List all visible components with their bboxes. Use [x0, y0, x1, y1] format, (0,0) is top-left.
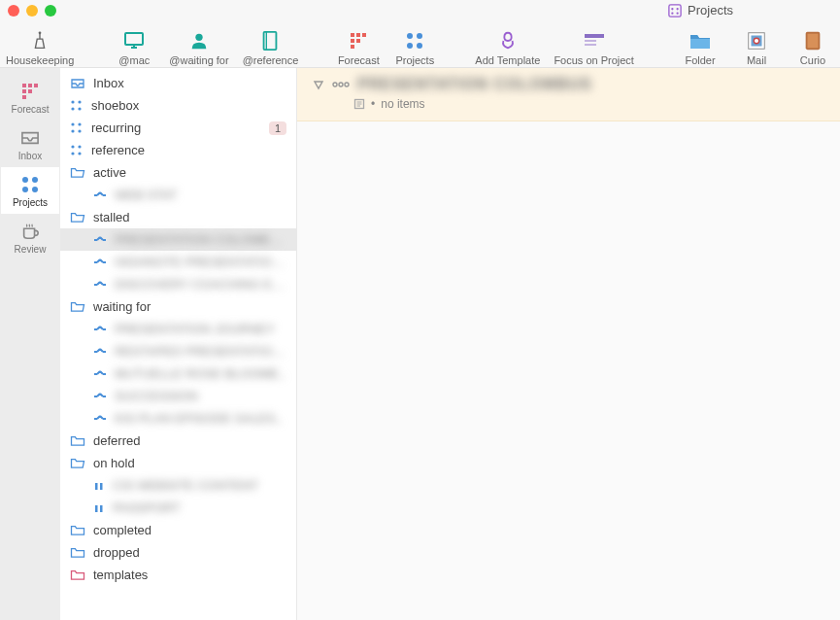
- inbox-icon: [70, 77, 85, 90]
- sidebar-project-item[interactable]: WEB STAT: [60, 184, 296, 206]
- sidebar-folder-active[interactable]: active: [60, 161, 296, 184]
- sidebar-project-item[interactable]: DISCOVERY COACHING EXP L.: [60, 273, 296, 295]
- sidebar-recurring[interactable]: recurring 1: [60, 117, 296, 139]
- svg-rect-28: [22, 84, 26, 87]
- svg-point-34: [22, 177, 28, 183]
- folder-open-icon: [70, 211, 85, 224]
- count-badge: 1: [269, 121, 286, 135]
- svg-rect-51: [100, 483, 103, 490]
- svg-point-25: [754, 38, 759, 44]
- project-header[interactable]: PRESENTATION COLOMBUS • no items: [297, 68, 840, 121]
- toolbar: Housekeeping @mac @waiting for @referenc…: [0, 21, 840, 68]
- folder-button[interactable]: Folder: [679, 23, 722, 66]
- sidebar-project-item[interactable]: KIS PLAN EPISODE SALES..: [60, 407, 296, 430]
- svg-point-37: [32, 187, 38, 192]
- zoom-window-button[interactable]: [45, 5, 56, 17]
- note-icon[interactable]: [353, 98, 365, 110]
- window-title-label: Projects: [688, 3, 733, 17]
- close-window-button[interactable]: [8, 5, 19, 17]
- onhold-icon: [93, 481, 105, 491]
- svg-point-1: [671, 8, 673, 10]
- add-template-button[interactable]: Add Template: [475, 23, 540, 66]
- sidebar-project-item[interactable]: PRESENTATION JOURNEY: [60, 318, 296, 340]
- folder-open-icon: [70, 457, 85, 469]
- forecast-button[interactable]: Forecast: [337, 23, 380, 66]
- housekeeping-button[interactable]: Housekeeping: [6, 23, 74, 66]
- svg-rect-29: [28, 84, 32, 87]
- svg-rect-12: [362, 33, 366, 37]
- svg-rect-10: [351, 33, 354, 37]
- sidebar-project-item[interactable]: HIGHNOTE PRESENTATION..: [60, 251, 296, 273]
- sidebar-project-item[interactable]: MUTUELLE ROSE BLOOME..: [60, 362, 296, 385]
- rail-review[interactable]: Review: [1, 214, 59, 260]
- context-reference-button[interactable]: @reference: [243, 23, 299, 66]
- folder-open-icon: [70, 300, 85, 313]
- monitor-icon: [122, 30, 146, 52]
- single-action-icon: [70, 99, 84, 113]
- project-title: PRESENTATION COLOMBUS: [357, 76, 592, 93]
- svg-rect-31: [22, 89, 26, 93]
- sidebar-folder-completed[interactable]: completed: [60, 519, 296, 541]
- svg-point-46: [71, 145, 74, 148]
- svg-point-49: [78, 152, 81, 155]
- svg-rect-15: [351, 45, 354, 49]
- folder-icon: [70, 546, 85, 559]
- sequential-icon: [93, 369, 107, 379]
- bullet-separator: •: [371, 97, 375, 111]
- rail-forecast[interactable]: Forecast: [1, 74, 59, 121]
- svg-rect-13: [351, 39, 354, 43]
- context-waiting-button[interactable]: @waiting for: [169, 23, 228, 66]
- sequential-icon: [93, 235, 107, 245]
- focus-on-project-button[interactable]: Focus on Project: [554, 23, 634, 66]
- sidebar-reference[interactable]: reference: [60, 139, 296, 161]
- svg-rect-8: [264, 31, 277, 49]
- rail-inbox[interactable]: Inbox: [1, 121, 59, 167]
- projects-button[interactable]: Projects: [393, 23, 436, 66]
- broom-icon: [29, 30, 50, 52]
- svg-rect-6: [125, 33, 143, 45]
- sidebar-project-item[interactable]: PRESENTATION COLOMBUS: [60, 228, 296, 251]
- svg-rect-30: [34, 84, 38, 87]
- svg-point-44: [71, 129, 74, 132]
- coffee-icon: [19, 222, 41, 241]
- sidebar-folder-waiting[interactable]: waiting for: [60, 295, 296, 318]
- minimize-window-button[interactable]: [26, 5, 38, 17]
- svg-point-35: [32, 177, 38, 183]
- disclosure-triangle-icon[interactable]: [313, 79, 324, 90]
- sidebar-folder-onhold[interactable]: on hold: [60, 452, 296, 474]
- sequential-icon: [93, 325, 107, 334]
- sidebar-folder-dropped[interactable]: dropped: [60, 541, 296, 564]
- sidebar-folder-stalled[interactable]: stalled: [60, 206, 296, 228]
- no-items-label: no items: [381, 97, 424, 111]
- svg-point-54: [333, 83, 337, 86]
- sidebar-project-item[interactable]: CIS WEBSITE CONTENT: [60, 474, 296, 497]
- svg-rect-22: [585, 44, 596, 46]
- sequential-icon: [93, 190, 107, 200]
- svg-point-19: [417, 43, 422, 49]
- svg-point-48: [71, 152, 74, 155]
- rail-projects[interactable]: Projects: [1, 167, 59, 214]
- sidebar-folder-templates[interactable]: templates: [60, 564, 296, 586]
- context-mac-button[interactable]: @mac: [113, 23, 155, 66]
- svg-rect-33: [22, 95, 26, 99]
- svg-point-39: [78, 100, 81, 103]
- curio-button[interactable]: Curio: [791, 23, 834, 66]
- svg-point-2: [677, 8, 679, 10]
- sequential-icon: [93, 392, 107, 401]
- inbox-rail-icon: [19, 129, 41, 147]
- sidebar-project-item[interactable]: RESTAPED PRESENTATION..: [60, 340, 296, 362]
- forecast-icon: [349, 31, 368, 51]
- single-action-icon: [70, 144, 84, 157]
- sequential-project-icon: [332, 79, 350, 90]
- window-titlebar: Projects: [0, 0, 840, 21]
- single-action-icon: [70, 121, 84, 135]
- svg-rect-50: [95, 483, 98, 490]
- sidebar-folder-deferred[interactable]: deferred: [60, 430, 296, 452]
- mail-button[interactable]: Mail: [735, 23, 778, 66]
- sidebar-inbox[interactable]: Inbox: [60, 72, 296, 94]
- svg-rect-27: [808, 33, 819, 48]
- sidebar-project-item[interactable]: SUCCESSION: [60, 385, 296, 407]
- sidebar-shoebox[interactable]: shoebox: [60, 94, 296, 117]
- sequential-icon: [93, 414, 107, 424]
- sidebar-project-item[interactable]: PASSPORT: [60, 497, 296, 519]
